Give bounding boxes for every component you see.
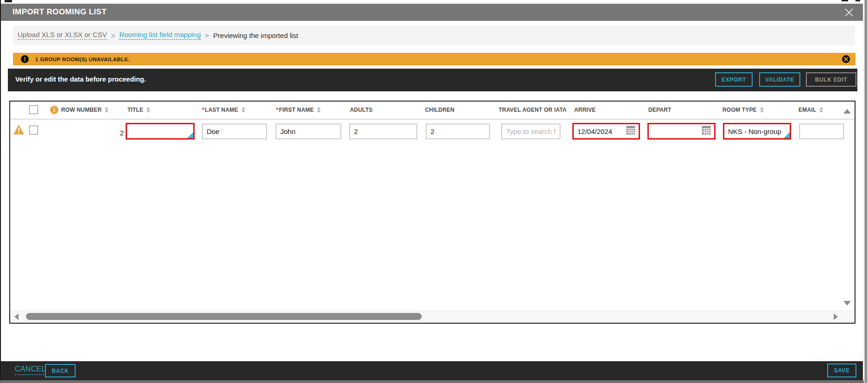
sort-icon[interactable] xyxy=(146,107,150,113)
cancel-link[interactable]: CANCEL xyxy=(15,365,46,375)
save-button[interactable]: SAVE xyxy=(827,364,856,377)
column-header-first-name[interactable]: * FIRST NAME xyxy=(276,107,321,113)
row-warning-icon xyxy=(13,124,25,137)
modal-title: IMPORT ROOMING LIST xyxy=(13,7,107,17)
scroll-left-icon[interactable] xyxy=(14,313,19,320)
sort-icon[interactable] xyxy=(819,107,823,113)
calendar-icon[interactable] xyxy=(626,126,635,137)
breadcrumb-upload-step[interactable]: Upload XLS or XLSX or CSV xyxy=(18,31,107,40)
travel-agent-input[interactable] xyxy=(501,124,560,139)
column-header-depart[interactable]: DEPART xyxy=(648,107,672,113)
select-all-checkbox[interactable] xyxy=(29,105,38,114)
calendar-icon[interactable] xyxy=(702,126,711,137)
dropdown-corner-icon xyxy=(784,132,790,138)
required-asterisk: * xyxy=(276,107,279,113)
breadcrumb-mapping-step[interactable]: Rooming list field mapping xyxy=(119,31,201,40)
warning-banner: ! 1 GROUP ROOM(S) UNAVAILABLE. xyxy=(13,53,855,65)
column-header-email[interactable]: EMAIL xyxy=(798,107,823,113)
table-header-row: i ROW NUMBER TITLE * LAST NAME * FIRST N… xyxy=(10,102,855,120)
sort-icon[interactable] xyxy=(105,107,108,113)
scroll-right-icon[interactable] xyxy=(834,313,838,320)
breadcrumb-current-step: Previewing the imported list xyxy=(213,32,298,39)
depart-date-field[interactable] xyxy=(647,123,716,140)
import-rooming-list-modal: IMPORT ROOMING LIST Upload XLS or XLSX o… xyxy=(0,0,868,383)
breadcrumb-separator: > xyxy=(205,32,209,39)
action-toolbar: Verify or edit the data before proceedin… xyxy=(8,69,857,91)
column-header-children[interactable]: CHILDREN xyxy=(425,107,455,113)
row-number-cell: 2 xyxy=(61,129,124,137)
adults-input[interactable] xyxy=(349,124,417,139)
background-artifact xyxy=(5,0,12,2)
back-button[interactable]: BACK xyxy=(45,364,76,377)
column-header-last-name[interactable]: * LAST NAME xyxy=(202,107,245,113)
column-header-arrive[interactable]: ARRIVE xyxy=(574,107,596,113)
room-type-field[interactable]: NKS - Non-group xyxy=(723,123,791,140)
children-input[interactable] xyxy=(426,124,490,139)
background-page-strip xyxy=(0,380,864,383)
column-header-room-type[interactable]: ROOM TYPE xyxy=(722,107,764,113)
validate-button[interactable]: VALIDATE xyxy=(759,72,800,87)
page-scrollbar[interactable] xyxy=(864,0,868,383)
sort-icon[interactable] xyxy=(317,107,321,113)
title-field[interactable] xyxy=(126,123,195,140)
sort-icon[interactable] xyxy=(760,107,764,113)
rooming-list-table: i ROW NUMBER TITLE * LAST NAME * FIRST N… xyxy=(9,101,855,324)
row-select-checkbox[interactable] xyxy=(29,126,38,134)
background-artifact xyxy=(855,0,860,1)
breadcrumb: Upload XLS or XLSX or CSV > Rooming list… xyxy=(13,26,855,45)
scroll-down-icon[interactable] xyxy=(843,301,851,306)
breadcrumb-separator: > xyxy=(111,32,115,39)
warning-banner-text: 1 GROUP ROOM(S) UNAVAILABLE. xyxy=(35,57,130,62)
horizontal-scrollbar-thumb[interactable] xyxy=(26,313,422,320)
arrive-date-field[interactable]: 12/04/2024 xyxy=(572,123,640,140)
export-button[interactable]: EXPORT xyxy=(715,72,753,87)
column-header-title[interactable]: TITLE xyxy=(127,107,150,113)
required-asterisk: * xyxy=(202,107,204,113)
scroll-up-icon[interactable] xyxy=(843,109,851,114)
alert-icon: ! xyxy=(21,55,29,63)
column-header-adults[interactable]: ADULTS xyxy=(350,107,373,113)
page-scrollbar-thumb[interactable] xyxy=(865,0,867,383)
last-name-input[interactable] xyxy=(202,124,267,139)
modal-left-edge xyxy=(0,0,1,383)
background-artifact xyxy=(842,0,848,1)
email-input[interactable] xyxy=(799,124,844,139)
banner-close-icon[interactable] xyxy=(842,55,850,63)
close-icon[interactable] xyxy=(843,7,855,18)
first-name-input[interactable] xyxy=(276,124,341,139)
horizontal-scrollbar[interactable] xyxy=(10,310,855,323)
column-header-row-number[interactable]: ROW NUMBER xyxy=(61,107,108,113)
toolbar-message: Verify or edit the data before proceedin… xyxy=(15,76,146,83)
column-header-travel-agent[interactable]: TRAVEL AGENT OR IATA xyxy=(499,107,567,113)
bulk-edit-button: BULK EDIT xyxy=(806,72,856,87)
modal-footer: CANCEL BACK SAVE xyxy=(1,361,863,380)
background-page-strip xyxy=(0,0,868,4)
info-icon: i xyxy=(50,106,58,114)
modal-titlebar: IMPORT ROOMING LIST xyxy=(1,4,863,21)
sort-icon[interactable] xyxy=(241,107,245,113)
dropdown-corner-icon xyxy=(187,132,193,138)
